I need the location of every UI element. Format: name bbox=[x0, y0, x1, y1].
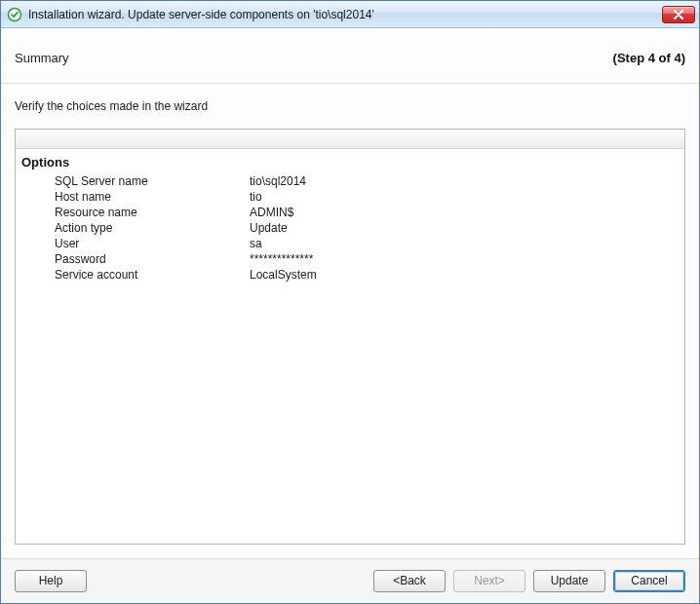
button-row: Help <Back Next> Update Cancel bbox=[1, 558, 699, 603]
option-value: tio\sql2014 bbox=[240, 174, 684, 188]
instruction-text: Verify the choices made in the wizard bbox=[1, 84, 699, 123]
option-row: Host name tio bbox=[16, 189, 684, 205]
option-label: SQL Server name bbox=[16, 174, 240, 188]
client-area: Summary (Step 4 of 4) Verify the choices… bbox=[1, 28, 699, 603]
next-button: Next> bbox=[453, 570, 525, 592]
app-icon bbox=[7, 7, 22, 22]
option-value: ADMIN$ bbox=[240, 206, 684, 219]
cancel-button[interactable]: Cancel bbox=[613, 570, 685, 592]
wizard-window: Installation wizard. Update server-side … bbox=[0, 0, 700, 604]
option-label: Resource name bbox=[16, 206, 240, 219]
option-row: Action type Update bbox=[16, 220, 684, 236]
option-row: User sa bbox=[16, 236, 684, 251]
options-body: Options SQL Server name tio\sql2014 Host… bbox=[16, 149, 684, 544]
options-group-title: Options bbox=[16, 153, 684, 173]
back-button[interactable]: <Back bbox=[373, 570, 446, 592]
option-value: ************** bbox=[240, 252, 684, 266]
option-value: LocalSystem bbox=[240, 268, 684, 282]
option-label: User bbox=[16, 237, 240, 250]
option-value: sa bbox=[240, 237, 684, 250]
header-row: Summary (Step 4 of 4) bbox=[1, 29, 699, 83]
option-label: Password bbox=[16, 252, 240, 266]
option-label: Host name bbox=[16, 190, 240, 204]
close-button[interactable] bbox=[662, 6, 695, 23]
help-button[interactable]: Help bbox=[15, 570, 87, 592]
step-indicator: (Step 4 of 4) bbox=[613, 51, 685, 65]
option-row: Password ************** bbox=[16, 251, 684, 267]
option-value: tio bbox=[240, 190, 684, 204]
option-row: Resource name ADMIN$ bbox=[16, 205, 684, 220]
option-row: SQL Server name tio\sql2014 bbox=[16, 173, 684, 189]
titlebar: Installation wizard. Update server-side … bbox=[1, 1, 699, 28]
option-row: Service account LocalSystem bbox=[16, 267, 684, 283]
options-panel: Options SQL Server name tio\sql2014 Host… bbox=[15, 129, 685, 545]
update-button[interactable]: Update bbox=[533, 570, 605, 592]
page-title: Summary bbox=[15, 51, 69, 65]
option-label: Action type bbox=[16, 221, 240, 235]
option-value: Update bbox=[240, 221, 684, 235]
window-title: Installation wizard. Update server-side … bbox=[28, 8, 662, 21]
options-column-header bbox=[16, 130, 684, 149]
option-label: Service account bbox=[16, 268, 240, 282]
